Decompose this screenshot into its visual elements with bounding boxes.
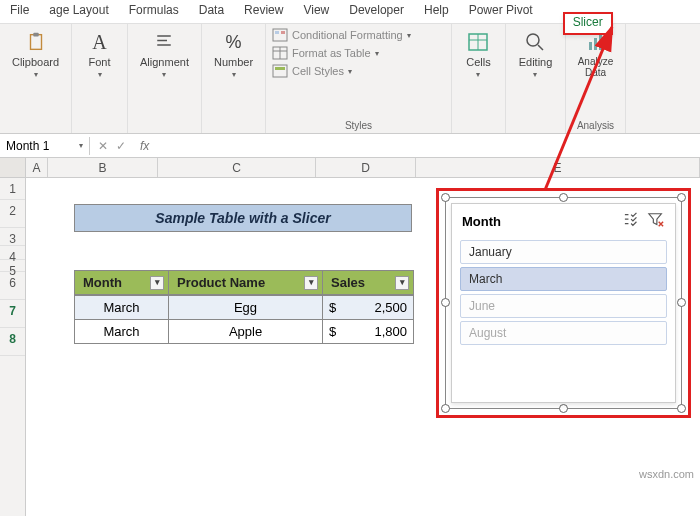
svg-rect-12	[275, 67, 285, 70]
row-header[interactable]: 8	[0, 328, 25, 356]
cells-button[interactable]: Cells ▾	[464, 28, 492, 81]
slicer-item-june[interactable]: June	[460, 294, 667, 318]
table-row: March Egg $ 2,500	[75, 295, 413, 319]
number-label: Number	[214, 56, 253, 68]
cell-styles-button[interactable]: Cell Styles▾	[272, 64, 411, 78]
row-header[interactable]: 4	[0, 246, 25, 260]
fx-label[interactable]: fx	[134, 139, 155, 153]
formula-cancel-icon[interactable]: ✕	[98, 139, 108, 153]
table-header-sales[interactable]: Sales ▾	[323, 271, 413, 295]
svg-rect-5	[273, 29, 287, 41]
table-header-product[interactable]: Product Name ▾	[169, 271, 323, 295]
chevron-down-icon: ▾	[98, 70, 102, 79]
filter-icon[interactable]: ▾	[395, 276, 409, 290]
table-icon	[272, 46, 288, 60]
slicer-item-january[interactable]: January	[460, 240, 667, 264]
chevron-down-icon: ▾	[476, 70, 480, 79]
alignment-label: Alignment	[140, 56, 189, 68]
editing-button[interactable]: Editing ▾	[517, 28, 555, 81]
tab-file[interactable]: File	[0, 0, 39, 23]
format-as-table-button[interactable]: Format as Table▾	[272, 46, 411, 60]
cond-format-icon	[272, 28, 288, 42]
svg-rect-6	[275, 31, 279, 34]
chevron-down-icon: ▾	[34, 70, 38, 79]
tab-view[interactable]: View	[293, 0, 339, 23]
svg-rect-19	[594, 38, 597, 50]
select-all-corner[interactable]	[0, 158, 26, 177]
percent-icon: %	[222, 30, 246, 54]
filter-icon[interactable]: ▾	[304, 276, 318, 290]
row-header[interactable]: 6	[0, 272, 25, 300]
table-row: March Apple $ 1,800	[75, 319, 413, 343]
slicer-header[interactable]: Month	[458, 210, 669, 237]
svg-rect-0	[30, 35, 41, 50]
row-headers: 1 2 3 4 5 6 7 8	[0, 178, 26, 516]
slicer-title: Month	[462, 214, 501, 229]
row-header[interactable]: 7	[0, 300, 25, 328]
row-header[interactable]: 1	[0, 178, 25, 200]
resize-handle[interactable]	[559, 404, 568, 413]
cells-label: Cells	[466, 56, 490, 68]
svg-rect-7	[281, 31, 285, 34]
tab-developer[interactable]: Developer	[339, 0, 414, 23]
svg-rect-1	[33, 33, 39, 37]
ribbon: Clipboard ▾ A Font ▾ Alignment ▾ % Numbe…	[0, 24, 700, 134]
row-header[interactable]: 3	[0, 228, 25, 246]
chevron-down-icon: ▾	[533, 70, 537, 79]
col-header[interactable]: C	[158, 158, 316, 177]
title-banner: Sample Table with a Slicer	[74, 204, 412, 232]
chevron-down-icon: ▾	[232, 70, 236, 79]
clipboard-button[interactable]: Clipboard ▾	[10, 28, 61, 81]
cells-icon	[466, 30, 490, 54]
resize-handle[interactable]	[441, 404, 450, 413]
tab-data[interactable]: Data	[189, 0, 234, 23]
number-button[interactable]: % Number ▾	[212, 28, 255, 81]
search-icon	[523, 30, 547, 54]
cell-styles-icon	[272, 64, 288, 78]
svg-point-16	[527, 34, 539, 46]
conditional-formatting-button[interactable]: Conditional Formatting▾	[272, 28, 411, 42]
formula-enter-icon[interactable]: ✓	[116, 139, 126, 153]
slicer-panel[interactable]: Month January March June August	[451, 203, 676, 403]
table-header-month[interactable]: Month ▾	[75, 271, 169, 295]
clear-filter-icon[interactable]	[647, 212, 665, 231]
col-header[interactable]: B	[48, 158, 158, 177]
analyze-data-button[interactable]: Analyze Data	[572, 28, 619, 80]
resize-handle[interactable]	[677, 193, 686, 202]
clipboard-icon	[24, 30, 48, 54]
formula-bar: Month 1 ▾ ✕ ✓ fx	[0, 134, 700, 158]
tab-page-layout[interactable]: age Layout	[39, 0, 118, 23]
tab-formulas[interactable]: Formulas	[119, 0, 189, 23]
ribbon-tabs: File age Layout Formulas Data Review Vie…	[0, 0, 700, 24]
row-header[interactable]: 5	[0, 260, 25, 272]
font-button[interactable]: A Font ▾	[86, 28, 114, 81]
tab-power-pivot[interactable]: Power Pivot	[459, 0, 543, 23]
tab-review[interactable]: Review	[234, 0, 293, 23]
resize-handle[interactable]	[441, 193, 450, 202]
filter-icon[interactable]: ▾	[150, 276, 164, 290]
slicer-item-march[interactable]: March	[460, 267, 667, 291]
svg-rect-20	[599, 34, 602, 50]
tab-slicer[interactable]: Slicer	[563, 12, 613, 35]
resize-handle[interactable]	[677, 298, 686, 307]
col-header[interactable]: E	[416, 158, 700, 177]
alignment-button[interactable]: Alignment ▾	[138, 28, 191, 81]
resize-handle[interactable]	[677, 404, 686, 413]
font-icon: A	[88, 30, 112, 54]
resize-handle[interactable]	[441, 298, 450, 307]
col-header[interactable]: A	[26, 158, 48, 177]
slicer-annotation-box: Month January March June August	[436, 188, 691, 418]
column-headers: A B C D E	[0, 158, 700, 178]
multi-select-icon[interactable]	[623, 212, 641, 231]
slicer-item-august[interactable]: August	[460, 321, 667, 345]
cells-area[interactable]: Sample Table with a Slicer Month ▾ Produ…	[26, 178, 700, 516]
font-label: Font	[88, 56, 110, 68]
analyze-label: Analyze Data	[574, 56, 617, 78]
name-box[interactable]: Month 1 ▾	[0, 137, 90, 155]
row-header[interactable]: 2	[0, 200, 25, 228]
svg-rect-11	[273, 65, 287, 77]
resize-handle[interactable]	[559, 193, 568, 202]
tab-help[interactable]: Help	[414, 0, 459, 23]
worksheet: 1 2 3 4 5 6 7 8 Sample Table with a Slic…	[0, 178, 700, 516]
col-header[interactable]: D	[316, 158, 416, 177]
